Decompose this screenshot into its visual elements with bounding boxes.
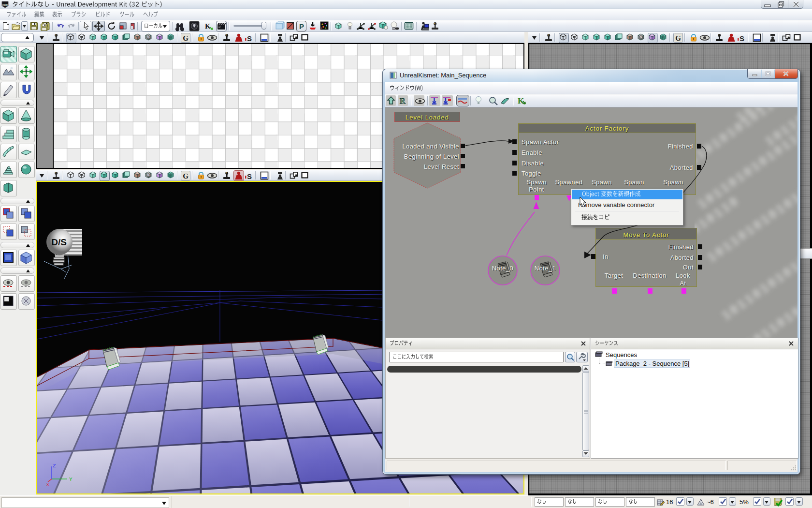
svg-text:T: T [25, 69, 28, 75]
svg-text:K: K [518, 96, 524, 105]
svg-text:R: R [400, 97, 406, 105]
svg-text:x: x [46, 482, 49, 487]
svg-text:S: S [740, 34, 744, 43]
svg-text:Z: Z [53, 463, 56, 469]
svg-text:S: S [147, 173, 150, 177]
svg-text:G: G [183, 172, 188, 180]
svg-text:Y: Y [69, 477, 72, 482]
svg-text:G: G [183, 34, 188, 42]
svg-text:S: S [147, 35, 150, 39]
svg-text:S: S [640, 35, 642, 39]
svg-text:UDK: UDK [2, 3, 9, 6]
svg-text:P: P [299, 22, 304, 30]
svg-text:G: G [675, 34, 681, 42]
svg-text:S: S [247, 172, 252, 180]
svg-text:D/S: D/S [51, 237, 67, 247]
svg-text:S: S [247, 34, 252, 43]
svg-text:K: K [205, 22, 211, 30]
